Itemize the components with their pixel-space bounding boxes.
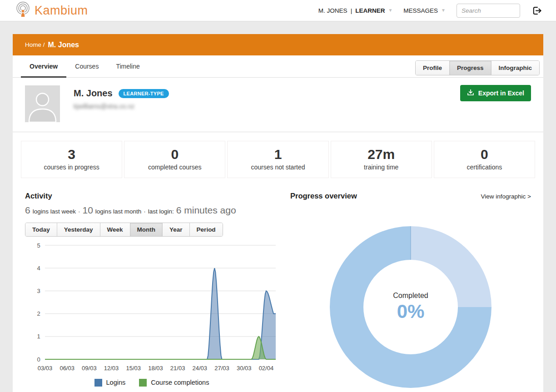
export-excel-label: Export in Excel (478, 89, 524, 97)
user-menu[interactable]: M. JONES | LEARNER ▼ (318, 7, 392, 14)
user-role: LEARNER (355, 7, 385, 14)
svg-text:15/03: 15/03 (126, 365, 141, 372)
top-header: Kambium M. JONES | LEARNER ▼ MESSAGES ▼ (0, 0, 556, 21)
stat-value: 0 (126, 147, 223, 163)
svg-text:03/03: 03/03 (38, 365, 53, 372)
progress-overview-section: Progress overview View infographic > Com… (290, 188, 531, 392)
svg-text:06/03: 06/03 (60, 365, 74, 372)
stats-row: 3 courses in progress 0 completed course… (21, 141, 535, 178)
profile-view-button[interactable]: Profile (416, 61, 450, 75)
learner-name: M. Jones (74, 88, 113, 99)
legend-swatch-icon (94, 379, 102, 387)
logins-week-label: logins last week (33, 208, 76, 215)
activity-chart: 54321003/0306/0309/0312/0315/0318/0321/0… (25, 242, 278, 375)
range-month-button[interactable]: Month (130, 223, 163, 236)
svg-text:09/03: 09/03 (82, 365, 97, 372)
stat-value: 3 (23, 147, 120, 163)
stat-label: certifications (436, 164, 533, 171)
dot-separator: · (78, 208, 80, 215)
stat-value: 27m (333, 147, 430, 163)
stat-certifications: 0 certifications (434, 141, 535, 178)
svg-text:27/03: 27/03 (214, 365, 229, 372)
breadcrumb-home[interactable]: Home / (25, 41, 45, 48)
download-icon (467, 89, 474, 97)
legend-label: Logins (106, 379, 126, 386)
svg-text:02/04: 02/04 (259, 365, 274, 372)
activity-title: Activity (25, 192, 278, 200)
activity-section: Activity 6 logins last week · 10 logins … (25, 188, 278, 392)
range-year-button[interactable]: Year (163, 223, 190, 236)
kambium-logo-icon (15, 1, 30, 20)
dot-separator: · (144, 208, 146, 215)
svg-text:5: 5 (37, 242, 40, 248)
stat-label: courses not started (229, 164, 326, 171)
messages-label: MESSAGES (403, 7, 438, 14)
tab-timeline[interactable]: Timeline (107, 55, 148, 77)
chart-legend: LoginsCourse completions (25, 379, 278, 387)
range-yesterday-button[interactable]: Yesterday (57, 223, 100, 236)
range-today-button[interactable]: Today (25, 223, 57, 236)
legend-item[interactable]: Course completions (139, 379, 209, 387)
stat-completed-courses: 0 completed courses (124, 141, 225, 178)
svg-text:4: 4 (37, 264, 40, 271)
chevron-down-icon: ▼ (388, 8, 392, 13)
chevron-down-icon: ▼ (441, 8, 446, 13)
main-card: Home / M. Jones Overview Courses Timelin… (13, 34, 543, 392)
stat-value: 0 (436, 147, 533, 163)
stat-courses-not-started: 1 courses not started (227, 141, 328, 178)
view-switch: Profile Progress Infographic (415, 60, 540, 75)
stat-courses-in-progress: 3 courses in progress (21, 141, 122, 178)
app-logo[interactable]: Kambium (15, 1, 88, 20)
export-excel-button[interactable]: Export in Excel (460, 85, 531, 101)
tab-overview[interactable]: Overview (21, 55, 66, 77)
legend-swatch-icon (139, 379, 147, 387)
stat-value: 1 (229, 147, 326, 163)
avatar (25, 85, 60, 122)
stat-label: courses in progress (23, 164, 120, 171)
learner-email: kjwilliams@xtra.co.nz (74, 103, 169, 110)
logo-text: Kambium (35, 4, 88, 18)
progress-donut (313, 209, 508, 392)
svg-text:0: 0 (37, 356, 40, 362)
activity-summary: 6 logins last week · 10 logins last mont… (25, 205, 278, 216)
stat-label: completed courses (126, 164, 223, 171)
legend-item[interactable]: Logins (94, 379, 126, 387)
user-divider: | (351, 7, 352, 14)
view-infographic-link[interactable]: View infographic > (481, 193, 531, 200)
profile-section: M. Jones LEARNER-TYPE kjwilliams@xtra.co… (13, 78, 543, 132)
tab-courses[interactable]: Courses (66, 55, 107, 77)
svg-text:30/03: 30/03 (237, 365, 252, 372)
svg-text:1: 1 (37, 333, 40, 340)
user-name: M. JONES (318, 7, 348, 14)
messages-menu[interactable]: MESSAGES ▼ (403, 7, 446, 14)
svg-text:21/03: 21/03 (170, 365, 185, 372)
date-range-switch: Today Yesterday Week Month Year Period (25, 223, 223, 237)
range-week-button[interactable]: Week (100, 223, 130, 236)
range-period-button[interactable]: Period (190, 223, 223, 236)
breadcrumb-current: M. Jones (48, 41, 79, 49)
learner-type-badge: LEARNER-TYPE (119, 89, 169, 98)
breadcrumb: Home / M. Jones (13, 34, 543, 55)
svg-text:2: 2 (37, 310, 40, 317)
svg-text:12/03: 12/03 (104, 365, 119, 372)
logins-week-value: 6 (25, 205, 30, 216)
logins-month-value: 10 (83, 205, 93, 216)
svg-text:3: 3 (37, 287, 40, 294)
legend-label: Course completions (151, 379, 209, 386)
infographic-view-button[interactable]: Infographic (491, 61, 540, 75)
progress-view-button[interactable]: Progress (450, 61, 491, 75)
logout-icon[interactable] (531, 5, 542, 16)
last-login-label: last login: (148, 208, 174, 215)
tabs-row: Overview Courses Timeline Profile Progre… (13, 55, 543, 78)
stat-label: training time (333, 164, 430, 171)
last-login-value: 6 minutes ago (176, 205, 236, 216)
progress-overview-title: Progress overview (290, 192, 357, 200)
search-input[interactable] (457, 4, 520, 18)
svg-text:24/03: 24/03 (193, 365, 208, 372)
stat-training-time: 27m training time (331, 141, 432, 178)
svg-text:18/03: 18/03 (148, 365, 163, 372)
logins-month-label: logins last month (95, 208, 141, 215)
